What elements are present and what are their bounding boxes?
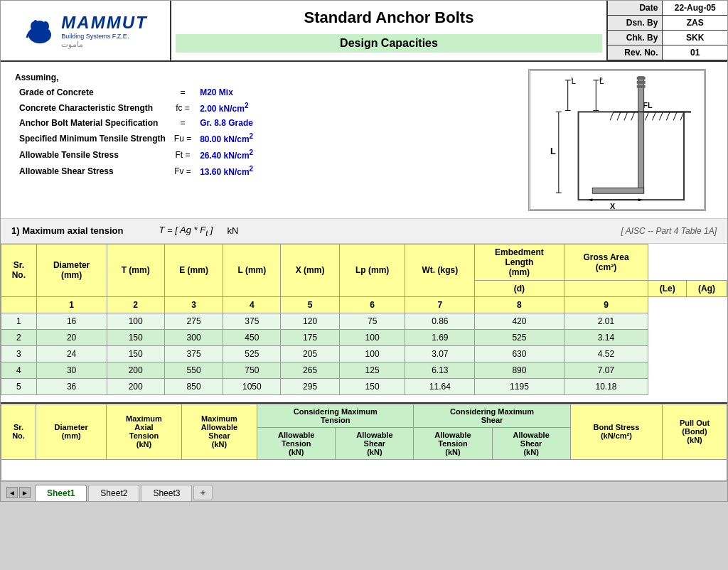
- building-systems-text: Building Systems F.Z.E.: [61, 33, 147, 40]
- bth-pull-out: Pull Out(Bond)(kN): [663, 404, 727, 459]
- title-cell: Standard Anchor Bolts Design Capacities: [171, 1, 606, 60]
- bth-considering-tension: Considering MaximumTension: [257, 404, 414, 427]
- assumption-row-5: Allowable Shear Stress Fv = 13.60 kN/cm2: [15, 163, 257, 179]
- col-num-5: 5: [281, 296, 339, 313]
- cell-e: 550: [164, 362, 223, 378]
- bth-max-axial: MaximumAxialTension(kN): [107, 404, 181, 459]
- main-title: Standard Anchor Bolts: [304, 9, 474, 27]
- th-le: (Le): [648, 280, 687, 296]
- th-t: T (mm): [107, 244, 164, 296]
- tab-sheet2[interactable]: Sheet2: [88, 485, 139, 501]
- cell-ag: 2.01: [564, 313, 648, 329]
- cell-dia: 30: [36, 362, 107, 378]
- cell-le: 1195: [475, 378, 564, 394]
- add-sheet-button[interactable]: +: [193, 485, 212, 500]
- bottom-section: Sr.No. Diameter(mm) MaximumAxialTension(…: [1, 402, 727, 481]
- svg-rect-33: [638, 112, 644, 193]
- svg-text:X: X: [610, 202, 616, 210]
- mammut-logo-text: MAMMUT: [61, 13, 147, 33]
- assumption-row-3: Specified Minimum Tensile Strength Fu = …: [15, 130, 257, 146]
- label-2: Anchor Bolt Material Specification: [15, 116, 170, 130]
- cell-t: 100: [107, 313, 164, 329]
- th-sr-no: Sr.No.: [1, 244, 37, 296]
- assumption-row-0: Grade of Concrete = M20 Mix: [15, 85, 257, 100]
- col-num-4: 4: [223, 296, 281, 313]
- th-embedment: EmbedmentLength(mm): [475, 244, 564, 280]
- cell-dia: 24: [36, 345, 107, 362]
- th-l: L (mm): [223, 244, 281, 296]
- cell-l: 375: [223, 313, 281, 329]
- cell-dia: 36: [36, 378, 107, 394]
- col-num-1: 1: [36, 296, 107, 313]
- val-4: 26.40 kN/cm2: [196, 146, 257, 163]
- col-num-9: 9: [564, 296, 648, 313]
- cell-sr: 4: [1, 362, 37, 378]
- formula-reference: [ AISC -- Part 4 Table 1A]: [621, 226, 717, 236]
- bth-sr-no: Sr.No.: [1, 404, 36, 459]
- label-0: Grade of Concrete: [15, 85, 170, 100]
- bth-allow-shear-2: AllowableShear(kN): [492, 427, 570, 459]
- bottom-header-row-1: Sr.No. Diameter(mm) MaximumAxialTension(…: [1, 404, 727, 427]
- cell-wt: 6.13: [405, 362, 475, 378]
- date-value: 22-Aug-05: [663, 1, 727, 16]
- tab-sheet1[interactable]: Sheet1: [35, 485, 87, 501]
- th-spacer: [564, 280, 648, 296]
- diagram-cell: L i L p FFL: [518, 69, 717, 211]
- tab-sheet3[interactable]: Sheet3: [141, 485, 192, 501]
- table-row: 1 16 100 275 375 120 75 0.86 420 2.01: [1, 313, 727, 329]
- val-3: 80.00 kN/cm2: [196, 130, 257, 146]
- assumption-row-1: Concrete Characteristic Strength fc = 2.…: [15, 100, 257, 116]
- nav-prev-icon[interactable]: ◄: [6, 487, 18, 498]
- col-num-2: 2: [107, 296, 164, 313]
- cell-l: 450: [223, 329, 281, 345]
- cell-le: 890: [475, 362, 564, 378]
- val-2: Gr. 8.8 Grade: [196, 116, 257, 130]
- arabic-text: ماموت: [61, 40, 147, 49]
- anchor-bolt-diagram: L i L p FFL: [528, 69, 706, 211]
- table-col-numbers: 1 2 3 4 5 6 7 8 9: [1, 296, 727, 313]
- table-row: 5 36 200 850 1050 295 150 11.64 1195 10.…: [1, 378, 727, 394]
- bth-bond-stress: Bond Stress(kN/cm²): [570, 404, 662, 459]
- tab-bar: ◄ ► Sheet1 Sheet2 Sheet3 +: [1, 481, 727, 501]
- bth-max-shear: MaximumAllowableShear(kN): [181, 404, 257, 459]
- cell-le: 525: [475, 329, 564, 345]
- main-container: MAMMUT Building Systems F.Z.E. ماموت Sta…: [0, 0, 728, 502]
- bth-allow-shear-1: AllowableShear(kN): [336, 427, 414, 459]
- svg-text:p: p: [599, 75, 603, 82]
- svg-rect-5: [43, 35, 46, 42]
- cell-e: 850: [164, 378, 223, 394]
- th-x: X (mm): [281, 244, 339, 296]
- cell-lp: 75: [339, 313, 405, 329]
- cell-sr: 3: [1, 345, 37, 362]
- val-5: 13.60 kN/cm2: [196, 163, 257, 179]
- table-1-body: 1 16 100 275 375 120 75 0.86 420 2.01 2 …: [1, 313, 727, 394]
- svg-text:L: L: [550, 146, 556, 156]
- label-3: Specified Minimum Tensile Strength: [15, 130, 170, 146]
- cell-le: 630: [475, 345, 564, 362]
- cell-lp: 100: [339, 329, 405, 345]
- col-num-blank: [1, 296, 37, 313]
- col-num-6: 6: [339, 296, 405, 313]
- eq-4: Ft =: [170, 146, 196, 163]
- formula-equation: T = [ Ag * Ft ]: [159, 225, 213, 237]
- mammut-elephant-icon: [23, 14, 57, 48]
- cell-l: 1050: [223, 378, 281, 394]
- cell-ag: 7.07: [564, 362, 648, 378]
- eq-0: =: [170, 85, 196, 100]
- nav-next-icon[interactable]: ►: [19, 487, 31, 498]
- th-lp: Lp (mm): [339, 244, 405, 296]
- svg-rect-34: [592, 188, 643, 193]
- cell-x: 295: [281, 378, 339, 394]
- cell-wt: 11.64: [405, 378, 475, 394]
- eq-5: Fv =: [170, 163, 196, 179]
- cell-dia: 20: [36, 329, 107, 345]
- svg-rect-4: [37, 35, 40, 42]
- bth-allow-tension-1: AllowableTension(kN): [257, 427, 336, 459]
- sub-title: Design Capacities: [176, 34, 602, 53]
- label-1: Concrete Characteristic Strength: [15, 100, 170, 116]
- logo: MAMMUT Building Systems F.Z.E. ماموت: [23, 13, 147, 49]
- cell-t: 150: [107, 345, 164, 362]
- cell-lp: 150: [339, 378, 405, 394]
- th-e: E (mm): [164, 244, 223, 296]
- assumptions-table: Grade of Concrete = M20 Mix Concrete Cha…: [15, 85, 257, 179]
